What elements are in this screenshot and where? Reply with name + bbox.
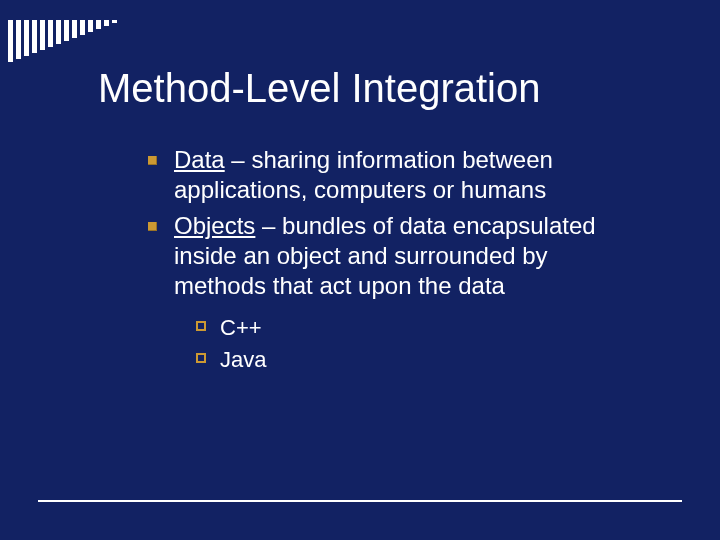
bullet-text: – sharing information between applicatio… [174,146,553,203]
bullet-objects: Objects – bundles of data encapsulated i… [146,211,644,374]
bullet-term: Objects [174,212,255,239]
sub-bullet-cpp: C++ [196,313,644,343]
footer-divider [38,500,682,502]
decorative-bars [8,20,117,62]
bullet-term: Data [174,146,225,173]
slide: Method-Level Integration Data – sharing … [0,0,720,540]
slide-body: Data – sharing information between appli… [146,145,644,374]
sub-bullet-java: Java [196,345,644,375]
slide-title: Method-Level Integration [98,32,684,111]
bullet-data: Data – sharing information between appli… [146,145,644,205]
